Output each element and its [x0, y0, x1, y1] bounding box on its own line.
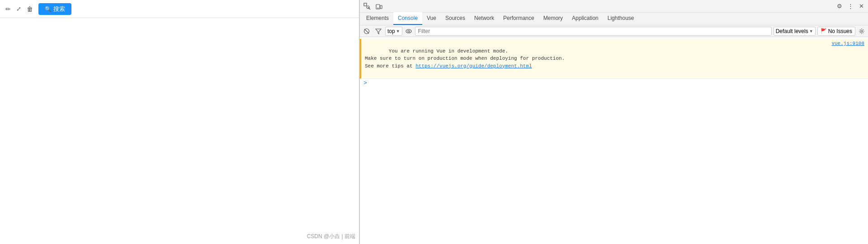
console-settings-icon[interactable] [857, 27, 866, 36]
inspect-element-icon[interactable] [362, 1, 373, 12]
tab-memory[interactable]: Memory [539, 12, 567, 25]
svg-point-10 [408, 30, 410, 32]
svg-rect-0 [364, 3, 367, 6]
console-levels-label: Default levels [776, 28, 808, 34]
console-levels-select[interactable]: Default levels ▼ [774, 27, 816, 36]
console-toolbar: top ▼ Default levels ▼ 🚩 No Issues [360, 25, 868, 37]
console-message-vue-warn: You are running Vue in development mode.… [360, 39, 868, 79]
console-output: You are running Vue in development mode.… [360, 37, 868, 244]
console-context-value: top [387, 28, 395, 34]
app-panel: ✏ ⤢ 🗑 🔍 搜索 CSDN @小垚 | 前端 [0, 0, 359, 244]
devtools-settings-icon[interactable]: ⚙ [835, 1, 844, 11]
console-message-content: You are running Vue in development mode.… [365, 40, 828, 77]
devtools-topbar-right: ⚙ ⋮ ✕ [835, 1, 866, 11]
tab-network[interactable]: Network [470, 12, 499, 25]
svg-rect-4 [380, 5, 382, 9]
console-levels-arrow: ▼ [809, 29, 813, 33]
delete-icon[interactable]: 🗑 [27, 5, 33, 13]
devtools-close-icon[interactable]: ✕ [856, 1, 866, 11]
no-issues-icon: 🚩 [821, 28, 827, 34]
console-prompt-row: > [360, 79, 868, 87]
console-context-arrow: ▼ [396, 29, 400, 33]
console-message-source[interactable]: vue.js:9108 [831, 40, 864, 48]
tab-performance[interactable]: Performance [499, 12, 539, 25]
tab-elements[interactable]: Elements [362, 12, 393, 25]
svg-marker-8 [376, 29, 381, 34]
console-context-select[interactable]: top ▼ [385, 27, 402, 36]
app-toolbar: ✏ ⤢ 🗑 🔍 搜索 [0, 0, 359, 18]
devtools-more-icon[interactable]: ⋮ [845, 1, 855, 11]
device-toolbar-icon[interactable] [373, 1, 384, 12]
tab-lighthouse[interactable]: Lighthouse [603, 12, 639, 25]
console-no-issues[interactable]: 🚩 No Issues [817, 27, 855, 36]
search-icon: 🔍 [45, 6, 52, 12]
console-filter-button[interactable] [373, 26, 383, 36]
no-issues-label: No Issues [828, 28, 852, 34]
console-eye-button[interactable] [404, 27, 413, 36]
search-button[interactable]: 🔍 搜索 [38, 3, 71, 15]
console-clear-button[interactable] [362, 26, 372, 36]
watermark: CSDN @小垚 | 前端 [307, 233, 355, 240]
tab-application[interactable]: Application [567, 12, 603, 25]
devtools-panel: ⚙ ⋮ ✕ Elements Console Vue Sources Netwo… [359, 0, 868, 244]
devtools-topbar: ⚙ ⋮ ✕ [360, 0, 868, 13]
svg-point-9 [406, 29, 411, 33]
svg-point-11 [861, 30, 863, 32]
console-message-link[interactable]: https://vuejs.org/guide/deployment.html [415, 63, 532, 69]
devtools-tabs: Elements Console Vue Sources Network Per… [360, 13, 868, 25]
tab-vue[interactable]: Vue [422, 12, 441, 25]
tab-console[interactable]: Console [393, 12, 422, 25]
console-filter-input[interactable] [415, 27, 772, 36]
pencil-icon[interactable]: ✏ [5, 5, 11, 13]
share-icon[interactable]: ⤢ [16, 5, 21, 12]
console-prompt-arrow: > [363, 80, 367, 86]
search-button-label: 搜索 [53, 5, 65, 13]
tab-sources[interactable]: Sources [441, 12, 470, 25]
